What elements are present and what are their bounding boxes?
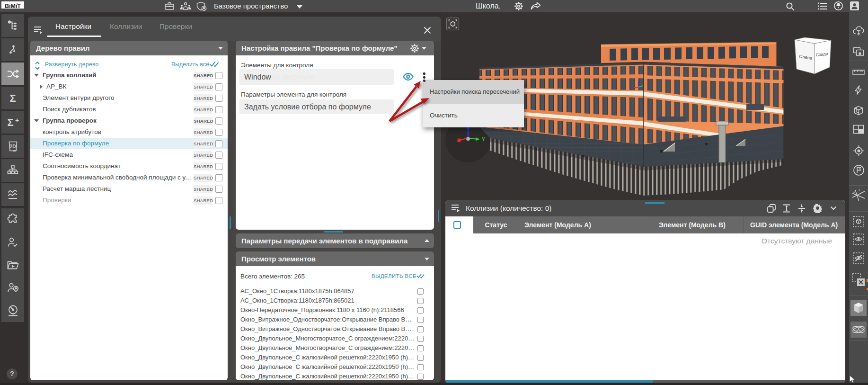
svg-text:2D: 2D (10, 144, 16, 149)
svg-text:2: 2 (859, 189, 860, 192)
svg-text:+: + (15, 116, 19, 124)
svg-text:Σ: Σ (9, 92, 16, 104)
svg-text:1: 1 (853, 190, 855, 193)
svg-text:X: X (457, 138, 461, 143)
svg-text:Σ: Σ (7, 116, 13, 128)
svg-text:Y: Y (482, 137, 485, 142)
